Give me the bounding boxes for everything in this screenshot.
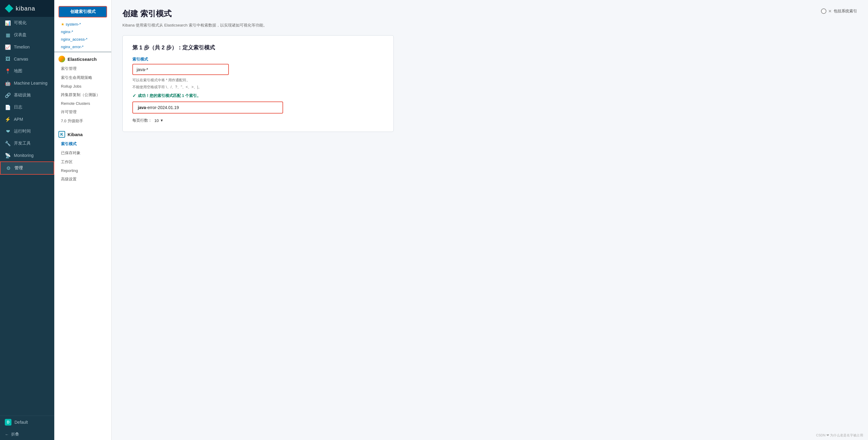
collapse-arrow-icon: ← bbox=[5, 432, 9, 437]
sidebar-item-devtools[interactable]: 🔧 开发工具 bbox=[0, 137, 54, 149]
matched-index-suffix: -error-2024.01.19 bbox=[146, 105, 179, 110]
index-patterns-list: ★ system-* nginx-* nginx_access-* nginx_… bbox=[54, 21, 111, 50]
sidebar-bottom: D Default ← 折叠 bbox=[0, 416, 54, 440]
elasticsearch-icon bbox=[59, 56, 65, 62]
kibana-title: Kibana bbox=[67, 132, 83, 137]
elasticsearch-header: Elasticsearch bbox=[54, 53, 111, 64]
visualize-icon: 📊 bbox=[5, 20, 11, 26]
sidebar-item-label: 基础设施 bbox=[14, 93, 31, 98]
kibana-k-icon: K bbox=[59, 131, 65, 138]
user-label: Default bbox=[14, 420, 28, 425]
submenu-panel: 创建索引模式 ★ system-* nginx-* nginx_access-*… bbox=[54, 0, 112, 440]
kibana-section: K Kibana 索引模式 已保存对象 工作区 Reporting 高级设置 bbox=[54, 129, 111, 184]
sidebar-item-label: Canvas bbox=[14, 57, 28, 61]
sidebar-item-uptime[interactable]: ❤ 运行时间 bbox=[0, 125, 54, 137]
sidebar-item-dashboard[interactable]: ▦ 仪表盘 bbox=[0, 29, 54, 41]
elasticsearch-title: Elasticsearch bbox=[67, 57, 97, 62]
submenu-advanced[interactable]: 高级设置 bbox=[54, 175, 111, 184]
ml-icon: 🤖 bbox=[5, 80, 11, 86]
matched-index-bold: java bbox=[138, 105, 146, 110]
star-icon: ★ bbox=[61, 22, 66, 27]
kibana-header: K Kibana bbox=[54, 129, 111, 139]
main-content: 创建 索引模式 ✕ 包括系统索引 Kibana 使用索引模式从 Elastics… bbox=[112, 0, 868, 440]
sidebar-item-timelion[interactable]: 📈 Timelion bbox=[0, 41, 54, 53]
timelion-icon: 📈 bbox=[5, 44, 11, 50]
sidebar-nav: 📊 可视化 ▦ 仪表盘 📈 Timelion 🖼 Canvas 📍 地图 🤖 M… bbox=[0, 17, 54, 175]
apm-icon: ⚡ bbox=[5, 116, 11, 122]
submenu-remote-clusters[interactable]: Remote Clusters bbox=[54, 99, 111, 107]
sidebar-item-label: 地图 bbox=[14, 68, 22, 74]
index-pattern-nginx-access[interactable]: nginx_access-* bbox=[54, 36, 111, 43]
uptime-icon: ❤ bbox=[5, 128, 11, 134]
hint-line1: 可以在索引模式中将 * 用作通配符。 bbox=[132, 77, 384, 83]
sidebar-item-label: 日志 bbox=[14, 104, 22, 110]
per-page-select[interactable]: 10 ▼ bbox=[154, 119, 163, 123]
sidebar-item-label: Machine Learning bbox=[14, 81, 47, 86]
kibana-diamond-icon bbox=[5, 4, 13, 13]
sidebar-item-visualize[interactable]: 📊 可视化 bbox=[0, 17, 54, 29]
submenu-reporting[interactable]: Reporting bbox=[54, 167, 111, 175]
monitoring-icon: 📡 bbox=[5, 153, 11, 159]
submenu-saved-objects[interactable]: 已保存对象 bbox=[54, 148, 111, 158]
toggle-x-icon: ✕ bbox=[828, 9, 832, 13]
page-subtitle: Kibana 使用索引模式从 Elasticsearch 索引中检索数据，以实现… bbox=[122, 23, 857, 28]
sidebar-item-logs[interactable]: 📄 日志 bbox=[0, 101, 54, 113]
sidebar-item-maps[interactable]: 📍 地图 bbox=[0, 65, 54, 77]
page-title: 创建 索引模式 bbox=[122, 8, 172, 19]
sidebar-item-label: APM bbox=[14, 117, 23, 122]
submenu-license[interactable]: 许可管理 bbox=[54, 107, 111, 116]
sidebar-item-label: 开发工具 bbox=[14, 141, 31, 146]
collapse-label: 折叠 bbox=[11, 432, 19, 437]
per-page-label: 每页行数： bbox=[132, 118, 152, 123]
sidebar-item-monitoring[interactable]: 📡 Monitoring bbox=[0, 149, 54, 162]
elasticsearch-section: Elasticsearch 索引管理 索引生命周期策略 Rollup Jobs … bbox=[54, 53, 111, 126]
logo-text: kibana bbox=[16, 5, 35, 12]
create-index-pattern-button[interactable]: 创建索引模式 bbox=[59, 6, 107, 18]
logs-icon: 📄 bbox=[5, 104, 11, 110]
hint-line2: 不能使用空格或字符 \、/、?、"、<、>、|。 bbox=[132, 84, 384, 90]
success-text: 成功！您的索引模式匹配 1 个索引。 bbox=[138, 93, 201, 99]
per-page-value: 10 bbox=[154, 119, 159, 123]
index-input-wrap bbox=[132, 64, 384, 75]
submenu-workspaces[interactable]: 工作区 bbox=[54, 158, 111, 167]
submenu-upgrade[interactable]: 7.0 升级助手 bbox=[54, 116, 111, 126]
maps-icon: 📍 bbox=[5, 68, 11, 74]
step-title: 第 1 步（共 2 步）：定义索引模式 bbox=[132, 44, 384, 51]
sidebar-item-management[interactable]: ⚙ 管理 bbox=[0, 162, 54, 175]
canvas-icon: 🖼 bbox=[5, 56, 11, 62]
index-pattern-input[interactable] bbox=[132, 64, 229, 75]
sidebar: kibana 📊 可视化 ▦ 仪表盘 📈 Timelion 🖼 Canvas 📍… bbox=[0, 0, 54, 440]
submenu-index-mgmt[interactable]: 索引管理 bbox=[54, 64, 111, 73]
submenu-index-patterns[interactable]: 索引模式 bbox=[54, 139, 111, 148]
submenu-index-lifecycle[interactable]: 索引生命周期策略 bbox=[54, 73, 111, 82]
index-pattern-nginx-error[interactable]: nginx_error-* bbox=[54, 43, 111, 50]
per-page-row: 每页行数： 10 ▼ bbox=[132, 118, 384, 123]
submenu-rollup-jobs[interactable]: Rollup Jobs bbox=[54, 82, 111, 90]
chevron-down-icon: ▼ bbox=[160, 119, 163, 123]
sidebar-item-apm[interactable]: ⚡ APM bbox=[0, 113, 54, 125]
devtools-icon: 🔧 bbox=[5, 140, 11, 146]
include-system-toggle: ✕ 包括系统索引 bbox=[821, 8, 857, 14]
collapse-button[interactable]: ← 折叠 bbox=[0, 429, 54, 440]
checkmark-icon: ✓ bbox=[132, 93, 136, 99]
sidebar-item-canvas[interactable]: 🖼 Canvas bbox=[0, 53, 54, 65]
index-pattern-nginx[interactable]: nginx-* bbox=[54, 28, 111, 36]
submenu-cross-cluster[interactable]: 跨集群复制（公测版） bbox=[54, 90, 111, 99]
sidebar-item-label: 可视化 bbox=[14, 20, 27, 26]
avatar: D bbox=[5, 419, 11, 426]
sidebar-item-ml[interactable]: 🤖 Machine Learning bbox=[0, 77, 54, 89]
sidebar-item-label: 管理 bbox=[14, 165, 23, 171]
management-icon: ⚙ bbox=[5, 165, 11, 171]
success-message: ✓ 成功！您的索引模式匹配 1 个索引。 bbox=[132, 93, 384, 99]
field-label: 索引模式 bbox=[132, 57, 384, 62]
index-pattern-system[interactable]: ★ system-* bbox=[54, 21, 111, 28]
sidebar-item-infra[interactable]: 🔗 基础设施 bbox=[0, 89, 54, 101]
create-button-area: 创建索引模式 bbox=[54, 3, 111, 21]
footer-note: CSDN ❤ 为什么老是名字被占用 bbox=[816, 433, 863, 438]
logo: kibana bbox=[0, 0, 54, 17]
toggle-circle-icon[interactable] bbox=[821, 8, 827, 14]
user-profile[interactable]: D Default bbox=[0, 416, 54, 429]
matched-index: java-error-2024.01.19 bbox=[132, 101, 283, 113]
sidebar-item-label: 仪表盘 bbox=[14, 32, 27, 38]
dashboard-icon: ▦ bbox=[5, 32, 11, 38]
